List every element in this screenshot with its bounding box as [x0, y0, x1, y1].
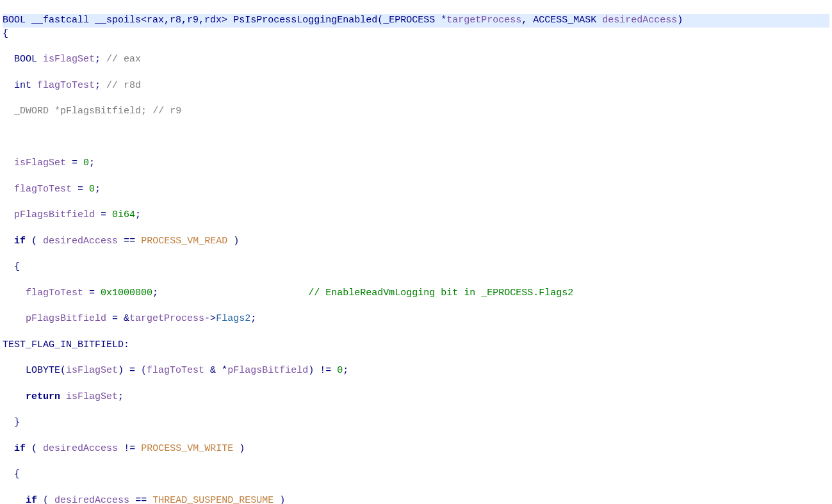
cond-const[interactable]: PROCESS_VM_READ — [141, 236, 227, 247]
comment: // EnableReadVmLogging bit in _EPROCESS.… — [308, 288, 573, 298]
rhs-var[interactable]: targetProcess — [129, 313, 204, 324]
decl-name[interactable]: isFlagSet — [43, 54, 95, 65]
cond-const[interactable]: PROCESS_VM_WRITE — [141, 443, 233, 454]
if-keyword: if — [26, 495, 37, 505]
brace-open: { — [3, 28, 829, 40]
param2-type: ACCESS_MASK — [533, 15, 596, 26]
brace-open: { — [3, 468, 829, 481]
decl-type: BOOL — [14, 54, 37, 65]
assignment[interactable]: pFlagsBitfield = &targetProcess->Flags2; — [3, 313, 829, 325]
param2-name[interactable]: desiredAccess — [602, 15, 677, 26]
decl-name[interactable]: flagToTest — [37, 80, 95, 91]
cond-const[interactable]: THREAD_SUSPEND_RESUME — [152, 495, 273, 505]
assignment[interactable]: isFlagSet = 0; — [3, 157, 829, 170]
spoils-list: <rax,r8,r9,rdx> — [141, 15, 227, 26]
operand-b[interactable]: pFlagsBitfield — [227, 365, 308, 376]
lhs[interactable]: flagToTest — [26, 288, 83, 298]
function-name[interactable]: PsIsProcessLoggingEnabled — [233, 15, 377, 26]
label-definition[interactable]: TEST_FLAG_IN_BITFIELD: — [3, 339, 829, 352]
reg-comment: // r9 — [152, 106, 181, 117]
rhs: 0x1000000 — [101, 288, 152, 298]
return-value[interactable]: isFlagSet — [66, 391, 118, 402]
if-keyword: if — [14, 236, 26, 247]
if-statement[interactable]: if ( desiredAccess == PROCESS_VM_READ ) — [3, 235, 829, 248]
cond-var[interactable]: desiredAccess — [54, 495, 129, 505]
reg-comment: // eax — [106, 54, 141, 65]
label-name[interactable]: TEST_FLAG_IN_BITFIELD — [3, 339, 124, 350]
function-signature[interactable]: BOOL __fastcall __spoils<rax,r8,r9,rdx> … — [3, 14, 829, 27]
local-decl[interactable]: _DWORD *pFlagsBitfield; // r9 — [3, 105, 829, 118]
lhs[interactable]: pFlagsBitfield — [14, 209, 95, 220]
decl-type: int — [14, 80, 31, 91]
rhs: 0 — [83, 158, 89, 168]
macro[interactable]: LOBYTE — [26, 365, 60, 376]
assignment[interactable]: LOBYTE(isFlagSet) = (flagToTest & *pFlag… — [3, 364, 829, 377]
member[interactable]: Flags2 — [216, 313, 250, 324]
calling-convention: __fastcall — [31, 15, 89, 26]
if-statement[interactable]: if ( desiredAccess == THREAD_SUSPEND_RES… — [3, 494, 829, 505]
decl-name[interactable]: pFlagsBitfield — [60, 106, 141, 117]
rhs: 0 — [89, 184, 95, 195]
zero: 0 — [337, 365, 343, 376]
arg[interactable]: isFlagSet — [66, 365, 118, 376]
rhs: 0i64 — [112, 209, 135, 220]
param1-name[interactable]: targetProcess — [446, 15, 521, 26]
spoils-keyword: __spoils — [95, 15, 141, 26]
local-decl[interactable]: int flagToTest; // r8d — [3, 79, 829, 92]
return-keyword: return — [26, 391, 60, 402]
reg-comment: // r8d — [106, 80, 141, 91]
assignment[interactable]: pFlagsBitfield = 0i64; — [3, 209, 829, 222]
blank-line — [3, 131, 829, 144]
operand-a[interactable]: flagToTest — [147, 365, 204, 376]
lhs[interactable]: pFlagsBitfield — [26, 313, 106, 324]
if-keyword: if — [14, 443, 26, 454]
brace-open: { — [3, 261, 829, 273]
assignment[interactable]: flagToTest = 0x1000000; // EnableReadVmL… — [3, 287, 829, 300]
cond-var[interactable]: desiredAccess — [43, 236, 118, 247]
local-decl[interactable]: BOOL isFlagSet; // eax — [3, 53, 829, 66]
lhs[interactable]: flagToTest — [14, 184, 72, 195]
param1-type: _EPROCESS — [383, 15, 435, 26]
return-type: BOOL — [3, 15, 26, 26]
decl-type: _DWORD — [14, 106, 49, 117]
cond-var[interactable]: desiredAccess — [43, 443, 118, 454]
return-statement[interactable]: return isFlagSet; — [3, 391, 829, 403]
assignment[interactable]: flagToTest = 0; — [3, 183, 829, 196]
brace-close: } — [3, 416, 829, 429]
lhs[interactable]: isFlagSet — [14, 158, 66, 168]
if-statement[interactable]: if ( desiredAccess != PROCESS_VM_WRITE ) — [3, 443, 829, 455]
decompiler-view[interactable]: BOOL __fastcall __spoils<rax,r8,r9,rdx> … — [0, 0, 832, 504]
